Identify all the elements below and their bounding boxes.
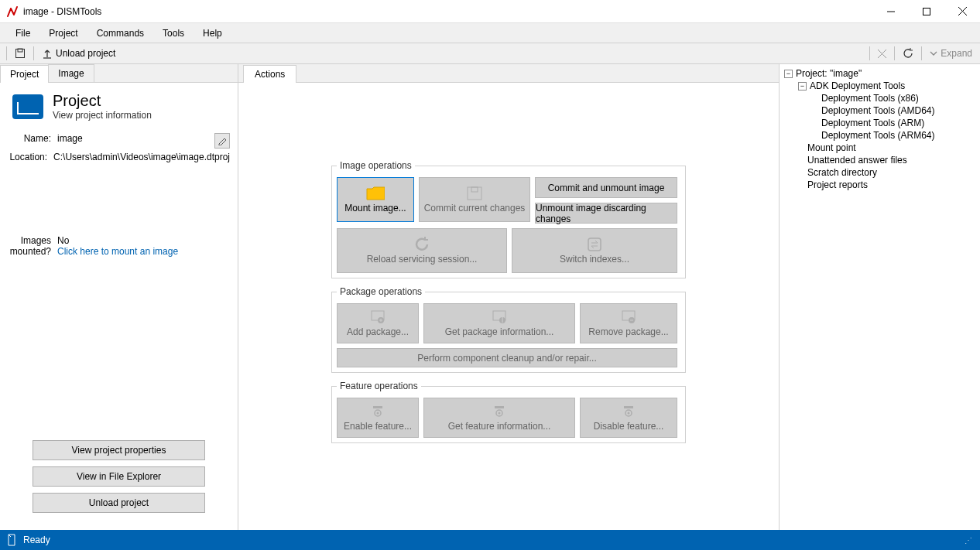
svg-rect-10 xyxy=(471,187,478,192)
tree-reports[interactable]: Project reports xyxy=(784,179,975,191)
tree-adk-amd64[interactable]: Deployment Tools (AMD64) xyxy=(784,104,975,117)
add-package-button: Add package... xyxy=(337,303,419,343)
expand-button[interactable]: Expand xyxy=(925,46,977,60)
mounted-label1: Images xyxy=(8,235,51,246)
get-feature-info-button: Get feature information... xyxy=(423,398,575,438)
feature-ops-legend: Feature operations xyxy=(337,381,421,391)
unmount-discard-button: Unmount image discarding changes xyxy=(535,203,677,224)
commit-changes-button: Commit current changes xyxy=(419,177,530,222)
svg-rect-4 xyxy=(16,50,25,58)
switch-icon xyxy=(585,237,604,252)
mount-link[interactable]: Click here to mount an image xyxy=(57,246,230,257)
reload-session-button: Reload servicing session... xyxy=(337,228,507,273)
tree-unattended[interactable]: Unattended answer files xyxy=(784,154,975,166)
tree-panel: −Project: "image" −ADK Deployment Tools … xyxy=(779,64,980,530)
save-icon xyxy=(465,186,484,201)
window-title: image - DISMTools xyxy=(23,6,873,17)
menu-project[interactable]: Project xyxy=(39,25,87,42)
svg-rect-22 xyxy=(495,406,504,408)
menu-tools[interactable]: Tools xyxy=(153,25,194,42)
maximize-button[interactable] xyxy=(909,0,944,23)
svg-rect-9 xyxy=(468,187,481,200)
svg-point-24 xyxy=(499,412,501,415)
enable-icon xyxy=(368,404,387,419)
reload-icon xyxy=(413,237,431,252)
svg-point-21 xyxy=(377,412,379,415)
feature-operations: Feature operations Enable feature... Get… xyxy=(331,381,686,443)
close-panel-button[interactable] xyxy=(873,48,891,60)
status-icon xyxy=(6,534,17,546)
menu-commands[interactable]: Commands xyxy=(87,25,153,42)
toolbar: Unload project Expand xyxy=(0,43,980,64)
titlebar: image - DISMTools xyxy=(0,0,980,23)
feature-info-icon xyxy=(490,404,509,419)
tab-project[interactable]: Project xyxy=(0,65,49,83)
view-explorer-button[interactable]: View in File Explorer xyxy=(33,466,205,487)
edit-name-button[interactable] xyxy=(214,133,230,149)
refresh-button[interactable] xyxy=(898,46,918,60)
status-text: Ready xyxy=(23,535,50,545)
svg-point-27 xyxy=(628,412,630,415)
unload-label: Unload project xyxy=(56,48,115,59)
svg-rect-11 xyxy=(588,238,601,251)
tree-adk-arm64[interactable]: Deployment Tools (ARM64) xyxy=(784,129,975,142)
menubar: File Project Commands Tools Help xyxy=(0,23,980,43)
app-icon xyxy=(6,5,19,18)
save-button[interactable] xyxy=(10,46,30,60)
location-label: Location: xyxy=(8,152,47,162)
svg-rect-25 xyxy=(624,406,633,408)
disable-feature-button: Disable feature... xyxy=(580,398,677,438)
unload-project-button[interactable]: Unload project xyxy=(37,46,120,60)
mount-image-button[interactable]: Mount image... xyxy=(337,177,414,222)
location-value: C:\Users\admin\Videos\image\image.dtproj xyxy=(53,152,230,162)
collapse-icon[interactable]: − xyxy=(798,82,807,91)
mounted-label2: mounted? xyxy=(8,246,51,257)
unload-project-button-2[interactable]: Unload project xyxy=(33,493,205,513)
tree-root[interactable]: −Project: "image" xyxy=(784,67,975,80)
tree-adk-x86[interactable]: Deployment Tools (x86) xyxy=(784,92,975,104)
minimize-button[interactable] xyxy=(873,0,909,23)
tree-scratch[interactable]: Scratch directory xyxy=(784,166,975,179)
project-icon xyxy=(12,94,43,119)
component-cleanup-button: Perform component cleanup and/or repair.… xyxy=(337,348,677,367)
tab-actions[interactable]: Actions xyxy=(243,65,296,83)
collapse-icon[interactable]: − xyxy=(784,70,793,78)
name-label: Name: xyxy=(8,133,51,149)
image-ops-legend: Image operations xyxy=(337,160,415,171)
left-tabs: Project Image xyxy=(0,64,238,83)
svg-text:i: i xyxy=(502,314,504,324)
project-subtitle: View project information xyxy=(53,110,152,121)
switch-indexes-button: Switch indexes... xyxy=(512,228,677,273)
tree-mount-point[interactable]: Mount point xyxy=(784,142,975,154)
tree-adk[interactable]: −ADK Deployment Tools xyxy=(784,80,975,92)
close-button[interactable] xyxy=(944,0,980,23)
folder-icon xyxy=(366,186,385,201)
project-title: Project xyxy=(53,92,152,110)
statusbar: Ready ⋰ xyxy=(0,530,980,550)
disable-icon xyxy=(619,404,638,419)
view-properties-button[interactable]: View project properties xyxy=(33,440,205,460)
menu-file[interactable]: File xyxy=(6,25,39,42)
expand-label: Expand xyxy=(941,48,972,59)
package-operations: Package operations Add package... i Get … xyxy=(331,286,686,373)
image-operations: Image operations Mount image... Commit c… xyxy=(331,160,686,278)
package-ops-legend: Package operations xyxy=(337,286,425,297)
tab-image[interactable]: Image xyxy=(48,64,94,82)
minus-circle-icon xyxy=(619,309,638,325)
left-panel: Project Image Project View project infor… xyxy=(0,64,238,530)
menu-help[interactable]: Help xyxy=(194,25,231,42)
commit-unmount-button: Commit and unmount image xyxy=(535,177,677,198)
tree-adk-arm[interactable]: Deployment Tools (ARM) xyxy=(784,117,975,129)
info-icon: i xyxy=(490,309,509,325)
enable-feature-button: Enable feature... xyxy=(337,398,419,438)
name-value: image xyxy=(57,133,214,149)
svg-rect-1 xyxy=(923,8,930,15)
get-package-info-button: i Get package information... xyxy=(423,303,575,343)
mounted-value: No xyxy=(57,235,230,246)
resize-grip[interactable]: ⋰ xyxy=(965,536,974,545)
remove-package-button: Remove package... xyxy=(580,303,677,343)
center-panel: Actions Image operations Mount image... … xyxy=(238,64,779,530)
svg-rect-19 xyxy=(373,406,382,408)
plus-circle-icon xyxy=(368,309,387,325)
